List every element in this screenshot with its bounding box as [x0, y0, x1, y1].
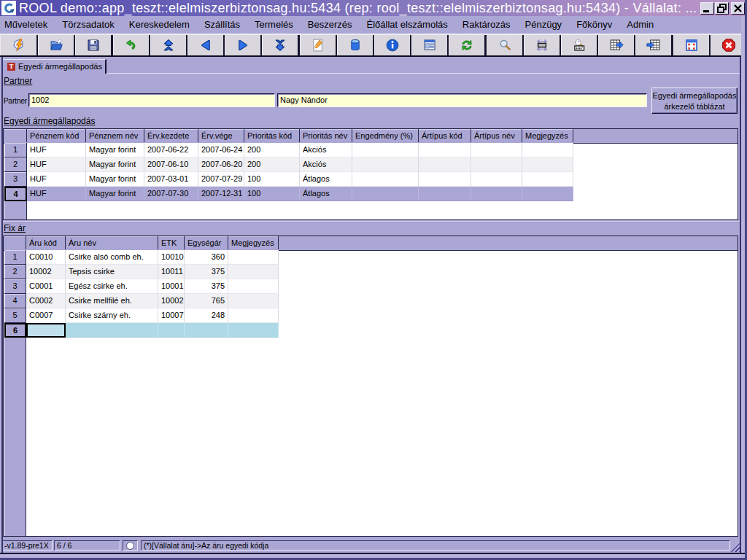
- agreement-grid-cell[interactable]: 100: [244, 187, 300, 201]
- close-button[interactable]: [731, 2, 745, 15]
- agreement-grid-cell[interactable]: [522, 158, 573, 172]
- fixprice-grid-cell[interactable]: 10011: [158, 265, 185, 279]
- fixprice-grid-cell[interactable]: C0007: [26, 308, 66, 323]
- fixprice-grid-column-header[interactable]: Áru kód: [26, 236, 66, 249]
- agreement-grid-column-header[interactable]: Ártípus kód: [419, 129, 471, 142]
- agreement-grid-cell[interactable]: [522, 172, 573, 187]
- toolbar-button-search[interactable]: [487, 35, 522, 55]
- menu-item-4[interactable]: Szállítás: [197, 16, 247, 33]
- menu-item-7[interactable]: Élőállat elszámolás: [360, 16, 455, 33]
- agreement-grid-cell[interactable]: Akciós: [300, 143, 352, 158]
- fixprice-grid-cell[interactable]: Tepsis csirke: [66, 265, 158, 279]
- restore-button[interactable]: [715, 2, 729, 15]
- agreement-grid-cell[interactable]: 2007-03-01: [144, 172, 198, 187]
- agreement-grid-cell[interactable]: 2007-06-22: [144, 143, 198, 158]
- agreement-grid-column-header[interactable]: Pénznem név: [86, 129, 144, 142]
- price-table-button[interactable]: Egyedi ármegállapodás árkezelő táblázat: [651, 88, 738, 114]
- agreement-grid-cell[interactable]: 100: [244, 172, 300, 187]
- fixprice-grid-row[interactable]: 10002Tepsis csirke10011375: [4, 265, 738, 279]
- tab-egyedi-armegallapodas[interactable]: T Egyedi ármegállapodás: [2, 59, 107, 74]
- toolbar-button-import-table[interactable]: [635, 35, 671, 55]
- fixprice-grid-cell[interactable]: [228, 308, 279, 323]
- toolbar-button-info[interactable]: [374, 35, 410, 55]
- toolbar-button-undo[interactable]: [113, 35, 149, 55]
- menu-item-11[interactable]: Admin: [619, 16, 661, 33]
- fixprice-grid-cell[interactable]: [66, 323, 158, 338]
- agreement-grid-column-header[interactable]: Engedmény (%): [352, 129, 419, 142]
- fixprice-grid-cell[interactable]: 10001: [158, 279, 185, 294]
- agreement-grid-cell[interactable]: [471, 143, 522, 158]
- fixprice-grid-cell[interactable]: [158, 323, 185, 338]
- toolbar-button-connect[interactable]: [0, 35, 36, 55]
- agreement-grid-cell[interactable]: 200: [244, 158, 300, 172]
- fixprice-grid-column-header[interactable]: Megjegyzés: [228, 236, 279, 249]
- toolbar-button-form[interactable]: [411, 35, 447, 55]
- agreement-grid-column-header[interactable]: Prioritás név: [300, 129, 352, 142]
- agreement-grid-column-header[interactable]: Prioritás kód: [244, 129, 300, 142]
- agreement-grid-column-header[interactable]: Érv.kezdete: [144, 129, 198, 142]
- agreement-grid-cell[interactable]: [352, 187, 419, 201]
- fixprice-grid-cell[interactable]: 375: [185, 279, 228, 294]
- fixprice-grid-row[interactable]: [4, 323, 738, 338]
- toolbar-button-edit[interactable]: [300, 35, 336, 55]
- fixprice-grid-cell[interactable]: 10002: [158, 294, 185, 308]
- fixprice-grid-row[interactable]: C0007Csirke szárny eh.10007248: [4, 308, 738, 323]
- agreement-grid-cell[interactable]: HUF: [27, 172, 86, 187]
- toolbar-button-open-folder[interactable]: [38, 35, 74, 55]
- fixprice-grid-cell[interactable]: Csirke mellfilé eh.: [66, 294, 158, 308]
- minimize-button[interactable]: [700, 2, 714, 15]
- fixprice-grid-cell[interactable]: 10010: [158, 250, 185, 265]
- agreement-grid-cell[interactable]: 2007-06-24: [198, 143, 244, 158]
- menu-item-3[interactable]: Kereskedelem: [122, 16, 197, 33]
- partner-code-input[interactable]: 1002: [28, 93, 275, 107]
- agreement-grid-cell[interactable]: 2007-07-29: [198, 172, 244, 187]
- agreement-grid-cell[interactable]: Magyar forint: [86, 172, 144, 187]
- toolbar-button-refresh[interactable]: [449, 35, 484, 55]
- agreement-grid-cell[interactable]: [352, 158, 419, 172]
- agreement-grid-cell[interactable]: [419, 158, 471, 172]
- fixprice-grid-row[interactable]: C0001Egész csirke eh.10001375: [4, 279, 738, 294]
- partner-name-input[interactable]: Nagy Nándor: [277, 93, 647, 107]
- fixprice-grid-row[interactable]: C0002Csirke mellfilé eh.10002765: [4, 294, 738, 308]
- agreement-grid-cell[interactable]: Magyar forint: [86, 158, 144, 172]
- fixprice-grid-cell[interactable]: 360: [185, 250, 228, 265]
- menu-item-2[interactable]: Törzsadatok: [55, 16, 122, 33]
- fixprice-grid-column-header[interactable]: Egységár: [185, 236, 228, 249]
- fixprice-grid-cell[interactable]: [228, 265, 279, 279]
- fixprice-grid-cell[interactable]: 10007: [158, 308, 185, 323]
- agreement-grid-cell[interactable]: [522, 143, 573, 158]
- agreement-grid-cell[interactable]: [522, 187, 573, 201]
- agreement-grid-cell[interactable]: Átlagos: [300, 187, 352, 201]
- toolbar-button-previous-record[interactable]: [187, 35, 223, 55]
- toolbar-button-export-table[interactable]: [598, 35, 634, 55]
- fixprice-grid-cell[interactable]: C0010: [26, 250, 66, 265]
- menu-item-9[interactable]: Pénzügy: [518, 16, 570, 33]
- fixprice-grid-cell[interactable]: 765: [185, 294, 228, 308]
- agreement-grid-cell[interactable]: [352, 172, 419, 187]
- menu-item-5[interactable]: Termelés: [247, 16, 301, 33]
- fixprice-grid-cell[interactable]: Csirke alsó comb eh.: [66, 250, 158, 265]
- fixprice-grid-cell[interactable]: [228, 279, 279, 294]
- agreement-grid-column-header[interactable]: Érv.vége: [198, 129, 244, 142]
- fixprice-grid-row[interactable]: C0010Csirke alsó comb eh.10010360: [4, 250, 738, 265]
- agreement-grid-cell[interactable]: 200: [244, 143, 300, 158]
- fixprice-grid-cell[interactable]: [228, 294, 279, 308]
- fixprice-grid-cell[interactable]: 248: [185, 308, 228, 323]
- agreement-grid-cell[interactable]: HUF: [27, 143, 86, 158]
- menu-item-8[interactable]: Raktározás: [455, 16, 518, 33]
- agreement-grid-cell[interactable]: [352, 143, 419, 158]
- agreement-grid-cell[interactable]: Magyar forint: [86, 187, 144, 201]
- agreement-grid-cell[interactable]: 2007-07-30: [144, 187, 198, 201]
- agreement-grid-cell[interactable]: Átlagos: [300, 172, 352, 187]
- agreement-grid-column-header[interactable]: Ártípus név: [471, 129, 522, 142]
- toolbar-button-database[interactable]: [337, 35, 373, 55]
- fixprice-grid-cell[interactable]: [228, 250, 279, 265]
- agreement-grid-cell[interactable]: [419, 187, 471, 201]
- toolbar-button-save[interactable]: [75, 35, 111, 55]
- agreement-grid-row[interactable]: HUFMagyar forint2007-06-102007-06-20200A…: [4, 158, 738, 172]
- fixprice-grid-cell[interactable]: 375: [185, 265, 228, 279]
- agreement-grid-column-header[interactable]: Pénznem kód: [27, 129, 86, 142]
- fixprice-grid-cell[interactable]: Csirke szárny eh.: [66, 308, 158, 323]
- menu-item-10[interactable]: Főkönyv: [569, 16, 619, 33]
- fixprice-grid-active-cell[interactable]: [26, 323, 66, 338]
